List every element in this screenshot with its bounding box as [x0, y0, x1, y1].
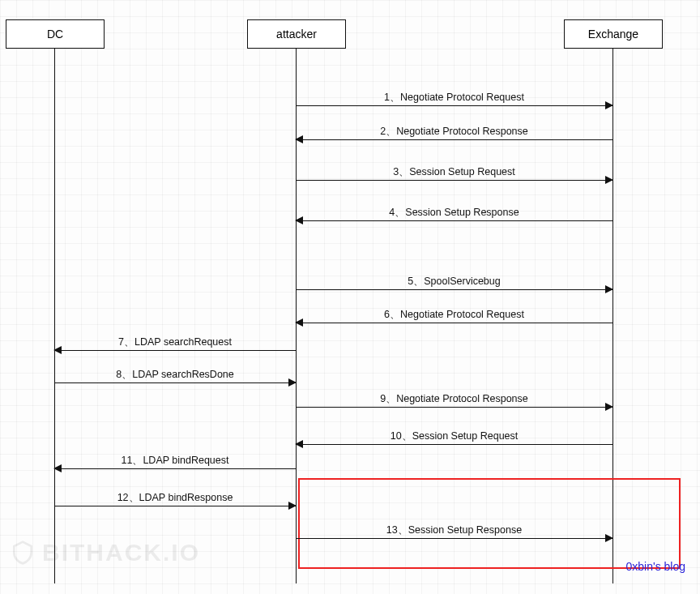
participant-label: Exchange [588, 28, 638, 41]
logo-icon [10, 540, 36, 566]
message-arrow [296, 105, 612, 106]
blog-credit: 0xbin's blog [626, 560, 686, 573]
participant-label: DC [47, 28, 63, 41]
arrowhead-right-icon [605, 285, 613, 293]
message-label: 11、LDAP bindRequest [122, 454, 229, 468]
message-arrow [54, 382, 296, 383]
arrowhead-left-icon [295, 216, 303, 224]
message-arrow [296, 180, 612, 181]
watermark-text: BITHACK.IO [42, 539, 200, 566]
message-label: 6、Negotiate Protocol Request [384, 308, 524, 322]
arrowhead-left-icon [53, 464, 62, 472]
message-label: 5、SpoolServicebug [408, 275, 500, 288]
arrowhead-left-icon [53, 346, 62, 354]
arrowhead-left-icon [295, 318, 303, 327]
message-arrow [54, 468, 296, 469]
participant-attacker: attacker [247, 19, 346, 49]
message-label: 7、LDAP searchRequest [118, 335, 232, 349]
watermark: BITHACK.IO [10, 539, 200, 566]
participant-dc: DC [6, 19, 105, 49]
message-arrow [296, 444, 612, 445]
arrowhead-left-icon [295, 440, 303, 448]
message-arrow [54, 350, 296, 351]
message-arrow [296, 407, 612, 408]
message-arrow [296, 323, 612, 323]
message-label: 10、Session Setup Request [391, 429, 519, 443]
arrowhead-right-icon [605, 176, 613, 184]
message-arrow [296, 289, 612, 290]
arrowhead-right-icon [288, 378, 297, 387]
message-label: 4、Session Setup Response [389, 206, 519, 220]
arrowhead-left-icon [295, 135, 303, 143]
message-label: 13、Session Setup Response [386, 523, 522, 537]
message-label: 3、Session Setup Request [393, 165, 515, 179]
arrowhead-right-icon [605, 403, 613, 411]
message-label: 12、LDAP bindResponse [117, 491, 233, 505]
arrowhead-right-icon [288, 502, 297, 510]
message-arrow [296, 220, 612, 221]
message-label: 9、Negotiate Protocol Response [380, 392, 528, 406]
message-label: 1、Negotiate Protocol Request [384, 91, 524, 105]
arrowhead-right-icon [605, 534, 613, 542]
message-label: 8、LDAP searchResDone [116, 368, 233, 382]
participant-label: attacker [276, 28, 317, 41]
arrowhead-right-icon [605, 101, 613, 109]
participant-exchange: Exchange [564, 19, 663, 49]
message-arrow [296, 139, 612, 140]
message-label: 2、Negotiate Protocol Response [380, 125, 528, 139]
message-arrow [54, 506, 296, 506]
lifeline-dc [54, 49, 55, 583]
message-arrow [296, 538, 612, 539]
